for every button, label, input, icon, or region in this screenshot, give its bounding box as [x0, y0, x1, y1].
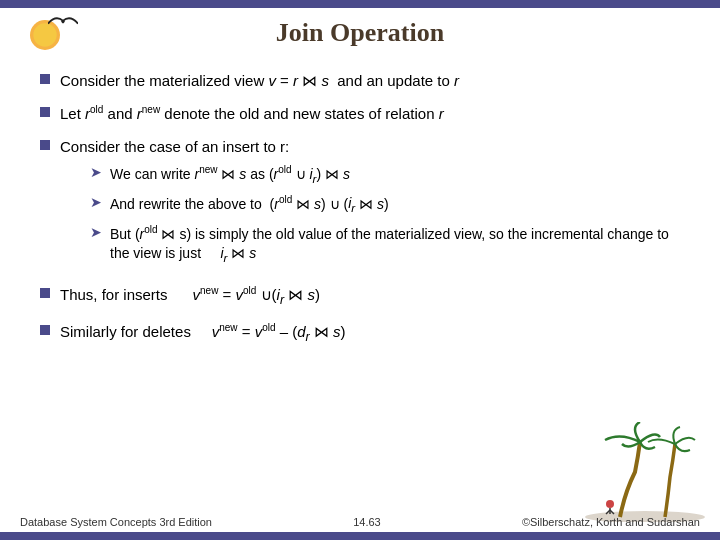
svg-point-3 — [606, 500, 614, 508]
bullet-2: Let rold and rnew denote the old and new… — [40, 103, 680, 124]
bullet-1: Consider the materialized view v = r ⋈ s… — [40, 70, 680, 91]
bullet-text-3: Consider the case of an insert to r: ➤ W… — [60, 136, 680, 272]
bullet-square-1 — [40, 74, 50, 84]
sub-text-1: We can write rnew ⋈ s as (rold ∪ ir) ⋈ s — [110, 163, 350, 187]
arrow-2: ➤ — [90, 193, 102, 213]
arrow-3: ➤ — [90, 223, 102, 243]
bottom-bar — [0, 532, 720, 540]
footer-right: ©Silberschatz, Korth and Sudarshan — [522, 516, 700, 528]
footer: Database System Concepts 3rd Edition 14.… — [20, 516, 700, 528]
bullet-square-2 — [40, 107, 50, 117]
bullet-4: Thus, for inserts vnew = vold ∪(ir ⋈ s) — [40, 284, 680, 310]
bullet-square-4 — [40, 288, 50, 298]
slide: Join Operation Consider the materialized… — [0, 0, 720, 540]
footer-left: Database System Concepts 3rd Edition — [20, 516, 212, 528]
bullet-text-1: Consider the materialized view v = r ⋈ s… — [60, 70, 680, 91]
bullet-square-3 — [40, 140, 50, 150]
sub-bullet-2: ➤ And rewrite the above to (rold ⋈ s) ∪ … — [90, 193, 680, 217]
footer-center: 14.63 — [353, 516, 381, 528]
slide-content: Consider the materialized view v = r ⋈ s… — [40, 70, 680, 359]
palm-decoration — [580, 422, 710, 522]
sub-bullet-1: ➤ We can write rnew ⋈ s as (rold ∪ ir) ⋈… — [90, 163, 680, 187]
top-bar — [0, 0, 720, 8]
slide-title: Join Operation — [0, 18, 720, 48]
arrow-1: ➤ — [90, 163, 102, 183]
sub-text-2: And rewrite the above to (rold ⋈ s) ∪ (i… — [110, 193, 389, 217]
sub-bullet-3: ➤ But (rold ⋈ s) is simply the old value… — [90, 223, 680, 266]
bullet-3: Consider the case of an insert to r: ➤ W… — [40, 136, 680, 272]
bullet-text-5: Similarly for deletes vnew = vold – (dr … — [60, 321, 680, 347]
bullet-5: Similarly for deletes vnew = vold – (dr … — [40, 321, 680, 347]
sub-text-3: But (rold ⋈ s) is simply the old value o… — [110, 223, 680, 266]
sub-bullets: ➤ We can write rnew ⋈ s as (rold ∪ ir) ⋈… — [90, 163, 680, 266]
bullet-square-5 — [40, 325, 50, 335]
bullet-text-2: Let rold and rnew denote the old and new… — [60, 103, 680, 124]
bullet-text-4: Thus, for inserts vnew = vold ∪(ir ⋈ s) — [60, 284, 680, 310]
